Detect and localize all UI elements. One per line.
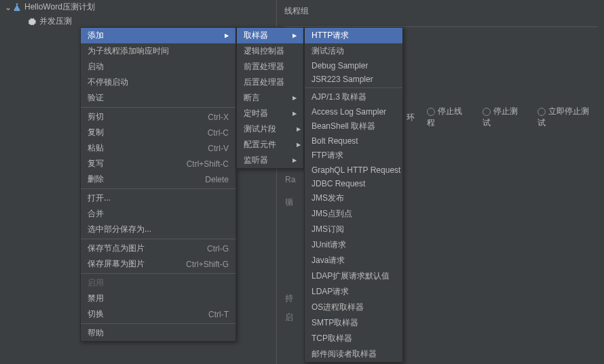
gear-icon (27, 17, 37, 26)
sampler-menu-item-label: Bolt Request (312, 136, 358, 146)
bg-label-start: 启 (285, 312, 293, 323)
submenu-arrow-icon: ▶ (276, 142, 301, 148)
sampler-menu-item-label: JDBC Request (312, 179, 365, 188)
sampler-menu-item-label: OS进程取样器 (312, 302, 364, 313)
add-menu-item-0[interactable]: 取样器▶ (237, 28, 303, 43)
submenu-arrow-icon: ▶ (272, 110, 297, 117)
sampler-menu-item-20[interactable]: SMTP取样器 (305, 315, 402, 331)
sampler-menu-item-label: JSR223 Sampler (312, 75, 373, 84)
main-menu-item-label: 复写 (88, 158, 104, 169)
main-menu-item-23[interactable]: 帮助 (81, 325, 235, 341)
caret-down-icon: ⌄ (4, 3, 12, 12)
add-menu-item-label: 断言 (244, 92, 260, 104)
main-menu-sep (81, 239, 235, 239)
sampler-menu-item-13[interactable]: JMS点到点 (305, 206, 402, 222)
main-menu-item-label: 粘贴 (88, 142, 104, 154)
add-menu-item-3[interactable]: 后置处理器▶ (237, 75, 303, 90)
sampler-menu-item-0[interactable]: HTTP请求 (305, 28, 402, 43)
context-menu-sampler: HTTP请求测试活动Debug SamplerJSR223 SamplerAJP… (304, 27, 403, 363)
submenu-arrow-icon: ▶ (272, 33, 297, 39)
main-menu-item-8[interactable]: 粘贴Ctrl-V (81, 140, 235, 156)
sampler-menu-item-label: SMTP取样器 (312, 317, 358, 329)
submenu-arrow-icon: ▶ (276, 126, 301, 132)
tree-root-item[interactable]: ⌄ HelloWord压测计划 (0, 0, 276, 14)
flask-icon (12, 3, 22, 12)
add-menu-item-1[interactable]: 逻辑控制器▶ (237, 43, 303, 59)
main-menu-item-20[interactable]: 禁用 (81, 291, 235, 306)
add-menu-item-label: 前置处理器 (244, 61, 284, 73)
sampler-menu-item-6[interactable]: Access Log Sampler (305, 105, 402, 119)
radio-label-wave: 环 (407, 112, 415, 123)
main-menu-item-label: 保存节点为图片 (88, 243, 145, 254)
main-menu-item-9[interactable]: 复写Ctrl+Shift-C (81, 156, 235, 171)
sampler-menu-item-9[interactable]: FTP请求 (305, 148, 402, 163)
main-menu-item-2[interactable]: 启动 (81, 59, 235, 75)
sampler-menu-item-8[interactable]: Bolt Request (305, 134, 402, 148)
tree-child-label: 并发压测 (39, 16, 72, 27)
main-menu-item-21[interactable]: 切换Ctrl-T (81, 306, 235, 322)
main-menu-item-17[interactable]: 保存屏幕为图片Ctrl+Shift-G (81, 256, 235, 272)
main-menu-item-4[interactable]: 验证 (81, 90, 235, 106)
sampler-menu-item-10[interactable]: GraphQL HTTP Request (305, 163, 402, 177)
sampler-menu-item-7[interactable]: BeanShell 取样器 (305, 119, 402, 134)
radio-stop-thread[interactable]: 停止线程 (427, 106, 470, 129)
main-menu-item-label: 选中部分保存为... (88, 224, 151, 235)
sampler-menu-item-14[interactable]: JMS订阅 (305, 222, 402, 237)
radio-stop-now[interactable]: 立即停止测试 (537, 106, 597, 129)
context-menu-add: 取样器▶逻辑控制器▶前置处理器▶后置处理器▶断言▶定时器▶测试片段▶配置元件▶监… (236, 27, 304, 169)
sampler-menu-item-17[interactable]: LDAP扩展请求默认值 (305, 268, 402, 284)
main-menu-item-label: 帮助 (88, 327, 104, 339)
main-menu-item-16[interactable]: 保存节点为图片Ctrl-G (81, 241, 235, 256)
main-menu-item-label: 验证 (88, 92, 104, 104)
main-menu-item-label: 启动 (88, 61, 104, 73)
sampler-menu-item-5[interactable]: AJP/1.3 取样器 (305, 89, 402, 105)
main-menu-item-14[interactable]: 选中部分保存为... (81, 222, 235, 237)
tree-child-item[interactable]: 并发压测 (0, 14, 276, 28)
sampler-menu-item-label: 测试活动 (312, 45, 344, 57)
sampler-menu-item-3[interactable]: JSR223 Sampler (305, 73, 402, 86)
sampler-menu-item-label: JMS点到点 (312, 208, 352, 220)
sampler-menu-item-16[interactable]: Java请求 (305, 253, 402, 268)
sampler-menu-item-18[interactable]: LDAP请求 (305, 284, 402, 300)
main-menu-item-12[interactable]: 打开... (81, 190, 235, 206)
add-menu-item-8[interactable]: 监听器▶ (237, 153, 303, 168)
sampler-menu-item-label: JUnit请求 (312, 239, 346, 251)
sampler-menu-item-label: TCP取样器 (312, 333, 352, 344)
shortcut-label: Ctrl-T (188, 310, 229, 319)
sampler-menu-item-22[interactable]: 邮件阅读者取样器 (305, 346, 402, 362)
main-menu-item-1[interactable]: 为子线程添加响应时间 (81, 43, 235, 59)
sampler-menu-item-12[interactable]: JMS发布 (305, 190, 402, 206)
main-menu-item-7[interactable]: 复制Ctrl-C (81, 125, 235, 140)
sampler-menu-item-1[interactable]: 测试活动 (305, 43, 402, 59)
main-menu-item-label: 添加 (88, 30, 104, 41)
sampler-menu-item-11[interactable]: JDBC Request (305, 177, 402, 190)
sampler-menu-item-21[interactable]: TCP取样器 (305, 331, 402, 346)
main-menu-item-10[interactable]: 删除Delete (81, 171, 235, 187)
bg-label-loop: 循 (285, 197, 293, 208)
main-menu-item-13[interactable]: 合并 (81, 206, 235, 222)
add-menu-item-6[interactable]: 测试片段▶ (237, 121, 303, 137)
add-menu-item-label: 后置处理器 (244, 77, 284, 88)
add-menu-item-2[interactable]: 前置处理器▶ (237, 59, 303, 75)
add-menu-item-label: 定时器 (244, 108, 268, 119)
main-menu-item-label: 切换 (88, 308, 104, 320)
main-menu-item-6[interactable]: 剪切Ctrl-X (81, 109, 235, 125)
sampler-menu-item-19[interactable]: OS进程取样器 (305, 300, 402, 315)
sampler-menu-item-15[interactable]: JUnit请求 (305, 237, 402, 253)
sampler-menu-item-2[interactable]: Debug Sampler (305, 59, 402, 73)
sampler-menu-item-label: HTTP请求 (312, 30, 349, 41)
main-menu-sep (81, 273, 235, 274)
sampler-menu-item-label: FTP请求 (312, 150, 343, 161)
add-menu-item-4[interactable]: 断言▶ (237, 90, 303, 106)
sampler-menu-item-label: LDAP请求 (312, 286, 349, 298)
sampler-menu-item-label: Java请求 (312, 255, 345, 266)
shortcut-label: Ctrl+Shift-C (166, 159, 229, 169)
shortcut-label: Ctrl-V (187, 144, 229, 153)
radio-stop-test[interactable]: 停止测试 (483, 106, 526, 129)
main-menu-item-label: 启用 (88, 277, 104, 289)
main-menu-item-0[interactable]: 添加▶ (81, 28, 235, 43)
bg-label-ra: Ra (285, 175, 295, 184)
add-menu-item-7[interactable]: 配置元件▶ (237, 137, 303, 153)
add-menu-item-5[interactable]: 定时器▶ (237, 106, 303, 121)
main-menu-item-3[interactable]: 不停顿启动 (81, 75, 235, 90)
